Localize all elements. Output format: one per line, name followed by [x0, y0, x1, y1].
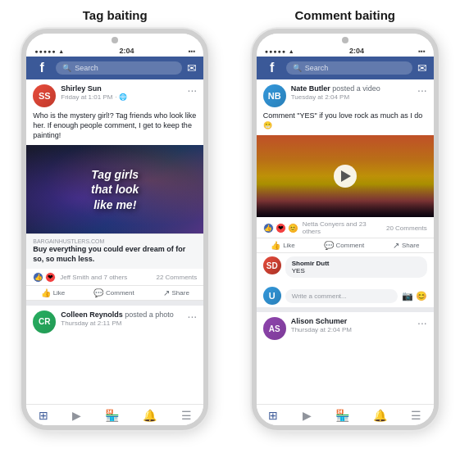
time-right: 2:04	[349, 47, 364, 55]
search-text-left: Search	[75, 64, 98, 72]
comment-btn-left[interactable]: 💬 Comment	[93, 288, 134, 297]
like-icon-right: 👍	[271, 241, 280, 250]
like-btn-right[interactable]: 👍 Like	[271, 241, 295, 250]
comment-input-row: U Write a comment... 📷 😊	[257, 284, 434, 307]
post2-more-right[interactable]: ···	[417, 317, 427, 329]
nav-video-right[interactable]: ▶	[303, 409, 312, 422]
comment-text-shomir: YES	[292, 267, 421, 274]
share-btn-left[interactable]: ↗ Share	[163, 288, 189, 297]
comment-placeholder: Write a comment...	[292, 292, 347, 300]
reaction-emojis-right: 👍 ❤ 😊 Netta Conyers and 23 others	[263, 220, 386, 235]
nav-menu-left[interactable]: ☰	[181, 409, 192, 422]
feed-right: NB Nate Butler posted a video Tuesday at…	[257, 79, 434, 404]
nav-home-right[interactable]: ⊞	[268, 409, 278, 422]
reaction-emojis-left: 👍 ❤ Jeff Smith and 7 others	[33, 272, 127, 283]
comment-bubble-shomir: Shomir Dutt YES	[285, 256, 427, 278]
heart-emoji-right: ❤	[276, 223, 286, 233]
share-icon-left: ↗	[163, 288, 170, 297]
comment-section-right: SD Shomir Dutt YES	[257, 253, 434, 284]
emoji-comment-icon[interactable]: 😊	[416, 291, 427, 301]
tag-image-text: Tag girls that look like me!	[91, 167, 139, 212]
comments-count-right: 20 Comments	[386, 224, 427, 232]
nav-bar-left: ⊞ ▶ 🏪 🔔 ☰	[26, 404, 203, 425]
post2-more-left[interactable]: ···	[188, 311, 198, 322]
feed-left: SS Shirley Sun Friday at 1:01 PM · 🌐 ···…	[26, 79, 203, 404]
status-bar-left: ●●●●● ▲ 2:04 ▪▪▪	[26, 45, 203, 57]
search-text-right: Search	[305, 64, 329, 72]
reactions-row-left: 👍 ❤ Jeff Smith and 7 others 22 Comments	[26, 269, 203, 286]
nav-bar-right: ⊞ ▶ 🏪 🔔 ☰	[257, 404, 434, 425]
nav-home-left[interactable]: ⊞	[39, 409, 48, 422]
search-icon-right: 🔍	[293, 64, 302, 72]
post1-header-right: NB Nate Butler posted a video Tuesday at…	[257, 79, 434, 111]
reactions-row-right: 👍 ❤ 😊 Netta Conyers and 23 others 20 Com…	[257, 217, 434, 238]
share-icon-right: ↗	[393, 241, 399, 250]
post1-more-right[interactable]: ···	[417, 84, 427, 96]
post2-meta-right: Alison Schumer Thursday at 2:04 PM	[291, 317, 412, 333]
phone-notch-right	[257, 34, 434, 45]
phone-notch-left	[26, 34, 203, 45]
post2-time-right: Thursday at 2:04 PM	[291, 326, 412, 333]
left-phone: ●●●●● ▲ 2:04 ▪▪▪ f 🔍 Search ✉ SS S	[21, 29, 208, 430]
post1-left: SS Shirley Sun Friday at 1:01 PM · 🌐 ···…	[26, 79, 203, 301]
nav-menu-right[interactable]: ☰	[411, 409, 421, 422]
fb-header-left: f 🔍 Search ✉	[26, 57, 203, 79]
fb-logo-left: f	[33, 61, 51, 75]
haha-emoji-right: 😊	[288, 223, 298, 233]
comment-icon-left: 💬	[93, 288, 103, 297]
heart-emoji: ❤	[45, 272, 56, 283]
avatar-colleen: CR	[33, 311, 56, 333]
reactions-text-left: Jeff Smith and 7 others	[60, 274, 127, 281]
post2-time-left: Thursday at 2:11 PM	[61, 320, 182, 327]
action-buttons-left: 👍 Like 💬 Comment ↗ Share	[26, 286, 203, 301]
camera-right	[342, 37, 348, 43]
comment-author-shomir: Shomir Dutt	[292, 260, 421, 267]
reactions-text-right: Netta Conyers and 23 others	[303, 220, 386, 235]
fb-logo-right: f	[263, 61, 281, 75]
right-title: Comment baiting	[239, 8, 452, 22]
camera-comment-icon[interactable]: 📷	[402, 291, 413, 301]
post1-meta-left: Shirley Sun Friday at 1:01 PM · 🌐	[61, 84, 182, 101]
search-bar-right[interactable]: 🔍 Search	[286, 61, 412, 75]
post1-time-left: Friday at 1:01 PM · 🌐	[61, 93, 182, 101]
like-emoji-right: 👍	[263, 223, 274, 233]
messenger-icon-right[interactable]: ✉	[417, 61, 427, 75]
play-triangle	[341, 170, 351, 182]
like-btn-left[interactable]: 👍 Like	[41, 288, 66, 297]
play-button-right[interactable]	[334, 165, 357, 188]
action-buttons-right: 👍 Like 💬 Comment ↗ Share	[257, 238, 434, 253]
search-icon-left: 🔍	[62, 64, 71, 72]
like-icon-left: 👍	[41, 288, 51, 297]
search-bar-left[interactable]: 🔍 Search	[56, 61, 182, 75]
status-bar-right: ●●●●● ▲ 2:04 ▪▪▪	[257, 45, 434, 57]
nav-video-left[interactable]: ▶	[72, 409, 81, 422]
camera-left	[112, 37, 118, 43]
comment-input-icons: 📷 😊	[402, 291, 427, 301]
link-card-left: BARGAINHUSTLERS.COM Buy everything you c…	[26, 233, 203, 268]
post2-left: CR Colleen Reynolds posted a photo Thurs…	[26, 306, 203, 337]
post1-right: NB Nate Butler posted a video Tuesday at…	[257, 79, 434, 253]
post2-author-right: Alison Schumer	[291, 317, 412, 325]
signal-right: ●●●●● ▲	[265, 48, 295, 54]
comment-btn-right[interactable]: 💬 Comment	[324, 241, 365, 250]
link-source: BARGAINHUSTLERS.COM	[33, 238, 197, 244]
messenger-icon-left[interactable]: ✉	[187, 61, 197, 75]
nav-market-left[interactable]: 🏪	[105, 409, 119, 422]
post2-right: AS Alison Schumer Thursday at 2:04 PM ··…	[257, 312, 434, 343]
share-btn-right[interactable]: ↗ Share	[393, 241, 419, 250]
nav-bell-right[interactable]: 🔔	[373, 409, 387, 422]
post1-author-left: Shirley Sun	[61, 84, 182, 93]
right-phone: ●●●●● ▲ 2:04 ▪▪▪ f 🔍 Search ✉ NB	[252, 29, 439, 430]
post1-more-left[interactable]: ···	[188, 84, 198, 96]
comment-input[interactable]: Write a comment...	[285, 289, 398, 303]
link-title: Buy everything you could ever dream of f…	[33, 245, 197, 264]
nav-market-right[interactable]: 🏪	[335, 409, 349, 422]
left-title: Tag baiting	[8, 8, 221, 22]
like-emoji: 👍	[33, 272, 43, 283]
tag-image-left: Tag girls that look like me!	[26, 145, 203, 233]
post2-author-left: Colleen Reynolds posted a photo	[61, 311, 182, 319]
signal-left: ●●●●● ▲	[34, 48, 65, 54]
post1-author-right: Nate Butler posted a video	[291, 84, 412, 93]
comment-icon-right: 💬	[324, 241, 334, 250]
nav-bell-left[interactable]: 🔔	[143, 409, 157, 422]
